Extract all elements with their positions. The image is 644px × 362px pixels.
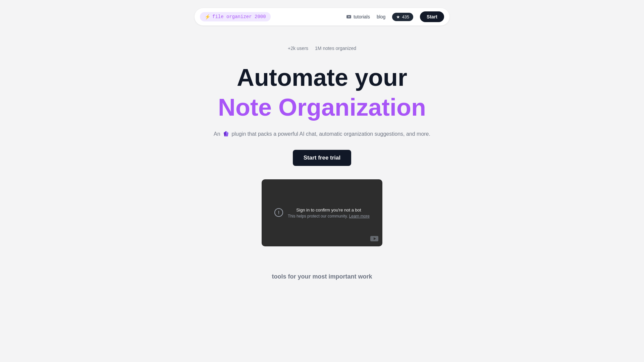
video-message: ! Sign in to confirm you're not a bot Th… xyxy=(266,207,378,219)
logo-container[interactable]: ⚡ file organizer 2000 xyxy=(200,12,271,21)
youtube-icon xyxy=(370,236,378,243)
hero-subtitle: An plugin that packs a powerful AI chat,… xyxy=(214,130,430,138)
tutorials-label: tutorials xyxy=(354,14,370,19)
blog-link[interactable]: blog xyxy=(377,14,385,19)
star-count: 435 xyxy=(402,14,409,19)
social-proof: +2k users 1M notes organized xyxy=(288,46,356,51)
video-text-block: Sign in to confirm you're not a bot This… xyxy=(288,207,370,219)
video-embed[interactable]: ! Sign in to confirm you're not a bot Th… xyxy=(262,179,382,246)
star-badge[interactable]: ★ 435 xyxy=(392,13,413,21)
obsidian-icon xyxy=(222,130,230,138)
navbar-start-button[interactable]: Start xyxy=(420,11,444,22)
start-free-trial-button[interactable]: Start free trial xyxy=(293,150,352,166)
warning-icon: ! xyxy=(274,208,283,217)
blog-label: blog xyxy=(377,14,385,19)
notes-count: 1M notes organized xyxy=(315,46,356,51)
hero-title-line2: Note Organization xyxy=(218,94,426,121)
video-sign-in-title: Sign in to confirm you're not a bot xyxy=(288,207,370,213)
hero-title-line1: Automate your xyxy=(218,64,426,91)
navbar: ⚡ file organizer 2000 tutorials blog ★ 4… xyxy=(195,8,449,25)
learn-more-link[interactable]: Learn more xyxy=(349,214,370,219)
star-icon: ★ xyxy=(396,14,400,19)
bottom-tagline: tools for your most important work xyxy=(272,273,372,280)
tutorials-link[interactable]: tutorials xyxy=(346,14,370,19)
subtitle-suffix: plugin that packs a powerful AI chat, au… xyxy=(232,131,430,137)
hero-title: Automate your Note Organization xyxy=(218,64,426,121)
video-sign-in-sub: This helps protect our community. Learn … xyxy=(288,214,370,219)
tutorials-icon xyxy=(346,14,352,19)
navbar-links: tutorials blog ★ 435 Start xyxy=(346,11,444,22)
subtitle-prefix: An xyxy=(214,131,220,137)
logo-text: file organizer 2000 xyxy=(212,14,266,19)
hero-section: +2k users 1M notes organized Automate yo… xyxy=(214,46,430,246)
users-count: +2k users xyxy=(288,46,308,51)
bolt-icon: ⚡ xyxy=(205,14,210,19)
